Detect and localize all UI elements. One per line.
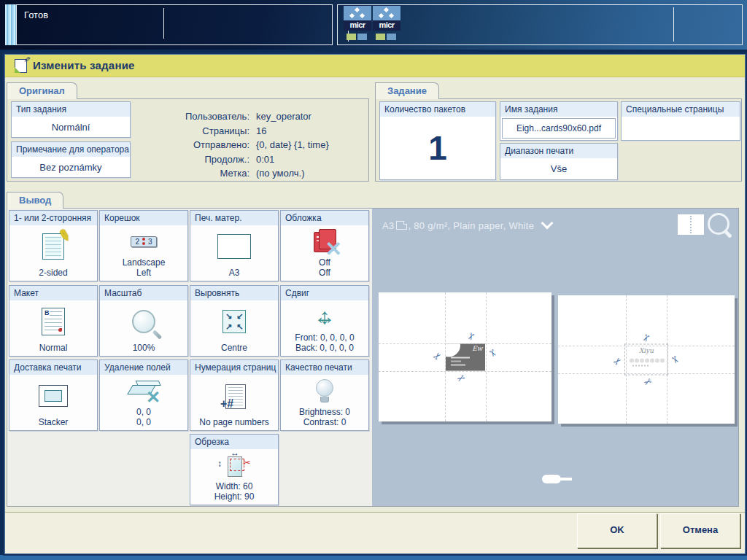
tab-output[interactable]: Вывод: [7, 192, 63, 209]
job-info-list: Пользователь: key_operator Страницы: 16 …: [139, 109, 329, 181]
job-type-field[interactable]: Тип задания Normální: [11, 101, 131, 138]
tile-shift[interactable]: Сдвиг ↔↕ Front: 0, 0, 0, 0 Back: 0, 0, 0…: [280, 285, 369, 357]
layout-icon: B: [9, 300, 97, 343]
binding-icon: 23: [100, 225, 187, 257]
card-front-preview: Ew: [446, 343, 485, 370]
tray-status-green: [347, 34, 356, 40]
field-label: Имя задания: [500, 102, 617, 117]
copies-value: 1: [380, 117, 495, 179]
info-row: Страницы: 16: [139, 124, 329, 139]
ok-button[interactable]: OK: [577, 513, 657, 548]
tile-label: Корешок: [100, 211, 187, 225]
preview-zoom-icon[interactable]: [708, 213, 729, 235]
tile-label: Печ. матер.: [190, 211, 278, 225]
tile-value: 2-sided: [9, 268, 97, 281]
stacker-tray-icon: [9, 375, 97, 417]
page-numbers-icon: +#: [190, 375, 278, 417]
card-back-preview: Xiyu: [624, 344, 668, 376]
tray-status-blue: [357, 34, 367, 40]
cancel-button[interactable]: Отмена: [660, 513, 740, 548]
plug-icon: [542, 475, 561, 483]
tray-status-green: [376, 34, 385, 40]
tile-trim[interactable]: Обрезка ↔↕✂ Width: 60 Height: 90: [190, 434, 279, 505]
section-job: Задание Количество пакетов 1 Имя задания…: [375, 82, 742, 182]
tile-value: Brightness: 0 Contrast: 0: [281, 407, 368, 430]
tile-label: Масштаб: [100, 286, 187, 300]
tile-value: Stacker: [9, 417, 97, 430]
statusbar-left-panel: Готов: [16, 4, 333, 45]
section-output: Вывод 1- или 2-сторонняя ✎ 2-sided Кореш…: [7, 192, 739, 507]
preview-sheet-front: Ew ✂ ✂ ✂ ✂: [379, 292, 551, 421]
tile-align[interactable]: Выровнять ↘↙↗↖ Centre: [190, 285, 279, 357]
job-name-field[interactable]: Имя задания Eigh...cards90x60.pdf: [500, 101, 618, 141]
field-value: Bez poznámky: [12, 157, 130, 177]
tile-label: Доставка печати: [9, 360, 97, 375]
info-row: Отправлено: {0, date} {1, time}: [139, 138, 329, 152]
tile-cover[interactable]: Обложка ✕ Off Off: [280, 210, 369, 281]
tile-value: 100%: [100, 343, 187, 356]
dialog-title: Изменить задание: [33, 55, 135, 77]
tile-label: Нумерация страниц: [190, 360, 278, 375]
tile-value: No page numbers: [190, 417, 278, 430]
scissors-icon: ✂: [454, 372, 466, 384]
tile-value: Width: 60 Height: 90: [190, 481, 278, 505]
paper-orientation-icon: [396, 221, 407, 230]
scissors-icon: ✂: [611, 355, 624, 368]
tile-scale[interactable]: Масштаб 100%: [99, 285, 188, 357]
field-label: Специальные страницы: [622, 102, 740, 117]
field-value: Vše: [500, 158, 617, 179]
shift-arrows-icon: ↔↕: [281, 300, 368, 332]
statusbar-stripes-icon: [5, 4, 16, 45]
scissors-icon: ✂: [487, 347, 499, 359]
tile-margin-erase[interactable]: Удаление полей ✕ 0, 0 0, 0: [99, 359, 188, 431]
tile-label: Обрезка: [190, 435, 278, 449]
tab-original[interactable]: Оригинал: [7, 82, 77, 99]
tile-label: Выровнять: [190, 286, 278, 300]
edit-job-dialog: Изменить задание Оригинал Тип задания No…: [3, 52, 747, 556]
cover-off-icon: ✕: [281, 225, 368, 257]
job-name-value: Eigh...cards90x60.pdf: [502, 118, 616, 139]
tab-job[interactable]: Задание: [375, 82, 439, 99]
field-label: Примечание для оператора: [12, 142, 130, 157]
scissors-icon: ✂: [465, 330, 476, 341]
field-label: Тип задания: [12, 102, 130, 117]
tile-delivery[interactable]: Доставка печати Stacker: [9, 359, 98, 431]
tile-sidedness[interactable]: 1- или 2-сторонняя ✎ 2-sided: [9, 210, 98, 281]
info-row: Метка: (по умолч.): [139, 166, 329, 181]
tile-value: Normal: [9, 343, 97, 356]
duplex-icon: ✎: [9, 225, 97, 268]
screen-bottom-edge: [0, 555, 747, 560]
print-range-field[interactable]: Диапазон печати Vše: [500, 143, 618, 180]
field-label: Количество пакетов: [380, 102, 495, 117]
status-bar: Готов micr micr: [0, 0, 747, 50]
tile-binding[interactable]: Корешок 23 Landscape Left: [99, 210, 188, 281]
tile-media[interactable]: Печ. матер. A3: [190, 210, 279, 281]
media-icon: [190, 225, 278, 268]
tile-print-quality[interactable]: Качество печати Brightness: 0 Contrast: …: [280, 359, 369, 431]
tile-page-numbers[interactable]: Нумерация страниц +# No page numbers: [190, 359, 279, 431]
scissors-icon: ✂: [669, 354, 681, 366]
align-centre-icon: ↘↙↗↖: [190, 300, 278, 343]
operator-note-field[interactable]: Примечание для оператора Bez poznámky: [11, 141, 131, 178]
booklet-spread-icon[interactable]: [678, 214, 704, 235]
statusbar-divider: [673, 7, 674, 42]
tile-label: Качество печати: [281, 360, 368, 375]
field-label: Диапазон печати: [500, 144, 617, 158]
preview-sheet-back: Xiyu ✂ ✂ ✂ ✂: [558, 295, 735, 424]
chevron-down-icon[interactable]: [541, 217, 554, 230]
margin-erase-icon: ✕: [100, 375, 187, 407]
statusbar-divider: [163, 8, 164, 39]
media-summary-dropdown[interactable]: A3, 80 g/m², Plain paper, White: [382, 219, 551, 231]
tile-layout[interactable]: Макет B Normal: [9, 285, 98, 357]
tile-value: A3: [190, 268, 278, 281]
tile-label: Сдвиг: [281, 286, 368, 300]
tile-label: Обложка: [281, 211, 368, 225]
tile-value: Centre: [190, 343, 278, 356]
magnifier-icon: [100, 300, 187, 343]
tile-value: 0, 0 0, 0: [100, 407, 187, 430]
scissors-icon: ✂: [640, 332, 651, 343]
scissors-icon: ✂: [431, 350, 444, 362]
copies-field[interactable]: Количество пакетов 1: [379, 101, 496, 180]
tile-label: 1- или 2-сторонняя: [9, 211, 97, 225]
special-pages-field[interactable]: Специальные страницы: [621, 101, 740, 141]
